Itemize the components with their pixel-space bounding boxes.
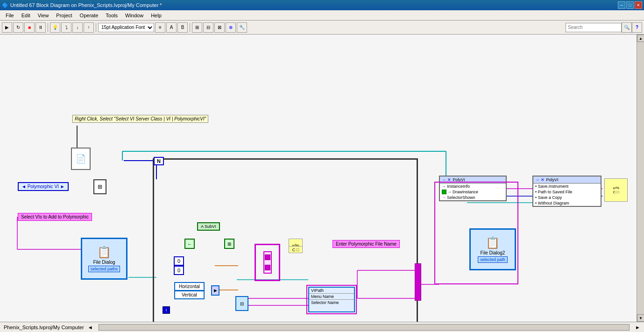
maximize-button[interactable]: □ — [626, 1, 634, 9]
arithmetic-block2[interactable]: C □ — [289, 246, 303, 253]
search-input[interactable] — [566, 23, 622, 32]
menu-tools[interactable]: Tools — [102, 12, 121, 19]
abort-button[interactable]: ■ — [24, 22, 35, 33]
file-dialog-block[interactable]: 📋 File Dialog selected paths — [81, 238, 127, 280]
connector-block[interactable]: ⊞ — [93, 179, 106, 194]
vi-icon[interactable]: 📄 — [71, 148, 91, 170]
diagram-canvas[interactable]: Right Click, Select "Select VI Server Cl… — [0, 35, 637, 322]
vertical-label: Vertical — [174, 290, 205, 299]
selected-path-label: selected path — [478, 256, 508, 263]
step-into-btn[interactable]: ↓ — [72, 22, 83, 33]
file-dialog-selected-label: selected paths — [88, 266, 120, 272]
menu-window[interactable]: Window — [121, 12, 147, 19]
vipath-cluster: VIPath Menu Name Selector Name — [308, 287, 355, 312]
project-label: Phenix_Scripts.lvproj/My Computer — [4, 325, 84, 330]
pink-connector-right[interactable] — [415, 263, 421, 301]
distribute-btn[interactable]: ⊟ — [203, 22, 213, 33]
sep1 — [48, 23, 48, 32]
pause-button[interactable]: ⏸ — [35, 22, 46, 33]
math-block-far-right[interactable]: ±/% C □ — [604, 178, 628, 202]
case-selector-hv[interactable]: ▶ — [211, 285, 219, 296]
bundle-block[interactable]: ⊟ — [235, 296, 248, 311]
clean-diagram-btn[interactable]: 🔧 — [237, 22, 247, 33]
scroll-up-button[interactable]: ▲ — [637, 35, 644, 42]
menu-help[interactable]: Help — [147, 12, 165, 19]
title-text: Untitled 67 Block Diagram on Phenix_Scri… — [10, 2, 162, 8]
app-icon: 🔷 — [2, 2, 8, 8]
text-size-btn[interactable]: A — [166, 22, 177, 33]
menu-bar: File Edit View Project Operate Tools Win… — [0, 10, 644, 21]
minimize-button[interactable]: ─ — [618, 1, 625, 9]
polymorphic-vi-control[interactable]: ◄ Polymorphic VI ► — [18, 182, 69, 191]
num-control-0[interactable]: 0 — [174, 256, 184, 266]
annotation-box: Right Click, Select "Select VI Server Cl… — [72, 115, 208, 123]
step-out-btn[interactable]: ↑ — [84, 22, 94, 33]
vertical-scrollbar[interactable]: ▲ ▼ — [637, 35, 644, 322]
menu-name-label: Menu Name — [309, 294, 354, 300]
menu-edit[interactable]: Edit — [18, 12, 34, 19]
status-arrow: ◄ — [88, 325, 93, 330]
n-label: N — [154, 157, 164, 165]
menu-operate[interactable]: Operate — [76, 12, 102, 19]
search-icon[interactable]: 🔍 — [622, 22, 632, 33]
horizontal-scrollbar[interactable] — [99, 324, 630, 331]
help-button[interactable]: ? — [632, 22, 642, 33]
menu-project[interactable]: Project — [52, 12, 76, 19]
highlight-btn[interactable]: 💡 — [50, 22, 60, 33]
font-selector[interactable]: 15pt Application Font — [98, 23, 154, 32]
close-button[interactable]: ✕ — [635, 1, 642, 9]
sep2 — [96, 23, 96, 32]
connector-in-loop2[interactable]: ⊞ — [224, 239, 234, 249]
step-over-btn[interactable]: ⤵ — [61, 22, 71, 33]
toolbar: ▶ ↻ ■ ⏸ 💡 ⤵ ↓ ↑ 15pt Application Font ≡ … — [0, 21, 644, 35]
status-bar: Phenix_Scripts.lvproj/My Computer ◄ ► — [0, 322, 644, 332]
resize-btn[interactable]: ⊠ — [214, 22, 225, 33]
title-bar: 🔷 Untitled 67 Block Diagram on Phenix_Sc… — [0, 0, 644, 10]
scroll-track[interactable] — [637, 42, 644, 314]
indicator-bottom: I — [163, 306, 170, 314]
run-button[interactable]: ▶ — [2, 22, 12, 33]
connector-in-loop[interactable]: ← — [184, 239, 195, 249]
horizontal-label: Horizontal — [174, 282, 205, 291]
selector-name-label: Selector Name — [309, 300, 354, 305]
menu-view[interactable]: View — [34, 12, 53, 19]
enter-poly-label: Enter Polymorphic File Name — [333, 240, 400, 248]
scroll-down-button[interactable]: ▼ — [637, 314, 644, 322]
text-align-btn[interactable]: ≡ — [155, 22, 165, 33]
green-dot — [442, 190, 446, 194]
num-control-1[interactable]: 0 — [174, 266, 184, 275]
subvi-block[interactable]: A SubVI — [197, 222, 220, 231]
sep3 — [190, 23, 190, 32]
vipath-label: VIPath — [309, 288, 354, 294]
case-structure[interactable] — [255, 244, 280, 281]
main-area: Right Click, Select "Select VI Server Cl… — [0, 35, 644, 322]
polyvi-node-left[interactable]: → ✕ PolyVI → InstanceInfo → DrawInstance… — [439, 176, 507, 201]
status-arrow-right: ► — [635, 325, 640, 330]
run-continuously-button[interactable]: ↻ — [13, 22, 23, 33]
align-btn[interactable]: ⊞ — [192, 22, 202, 33]
cluster-btn[interactable]: ⊕ — [226, 22, 236, 33]
polyvi-node-right[interactable]: → ✕ PolyVI • Save.Instrument • Path to S… — [532, 176, 602, 207]
search-area: 🔍 ? — [566, 22, 642, 33]
select-vis-label: Select VIs to Add to Polymorphic — [18, 213, 92, 221]
menu-file[interactable]: File — [2, 12, 18, 19]
file-dialog2-block[interactable]: 📋 File Dialog2 selected path — [469, 228, 516, 270]
text-style-btn[interactable]: B — [177, 22, 188, 33]
